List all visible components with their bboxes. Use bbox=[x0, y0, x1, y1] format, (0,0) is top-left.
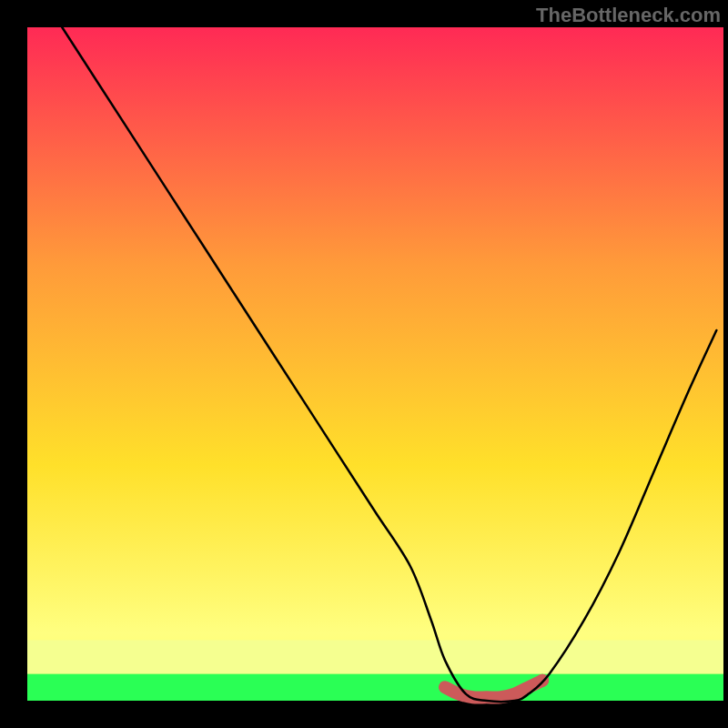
watermark-text: TheBottleneck.com bbox=[536, 4, 721, 27]
yellow-transition-band bbox=[27, 640, 723, 673]
bottleneck-chart bbox=[0, 0, 728, 728]
optimal-green-band bbox=[27, 673, 723, 701]
chart-container: TheBottleneck.com bbox=[0, 0, 728, 728]
plot-background bbox=[27, 27, 723, 701]
